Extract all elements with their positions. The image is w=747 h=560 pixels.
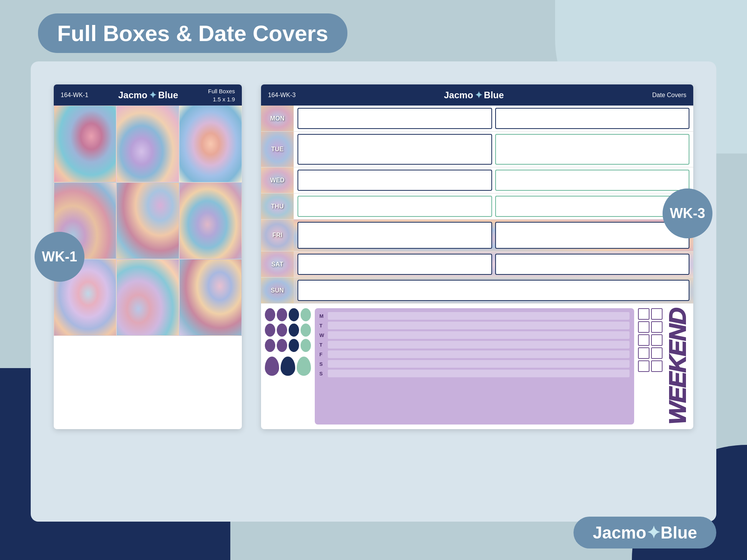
sun-row: SUN <box>261 278 693 304</box>
sun-boxes <box>294 278 693 303</box>
wk1-badge: WK-1 <box>35 232 84 282</box>
checkbox-4 <box>651 321 663 333</box>
floral-cell-1 <box>54 106 116 182</box>
checkbox-6 <box>651 334 663 346</box>
check-row-5 <box>638 360 663 372</box>
bottom-section: M T W T F <box>261 304 693 429</box>
mon-label: MON <box>270 115 284 122</box>
dot-row-3 <box>265 339 311 352</box>
dot-mint-2 <box>301 324 311 337</box>
habit-row-s1: S <box>319 360 630 368</box>
habit-label-t1: T <box>319 323 326 329</box>
sat-box-1 <box>297 254 492 275</box>
fri-row: FRI <box>261 220 693 251</box>
habit-label-w: W <box>319 332 326 338</box>
sheet-wk3-header: 164-WK-3 Jacmo✦Blue Date Covers <box>261 84 693 106</box>
dot-mint-1 <box>301 308 311 321</box>
teardrop-purple <box>265 357 279 376</box>
check-row-3 <box>638 334 663 346</box>
mon-box-2 <box>495 108 690 129</box>
sheet-wk1-id: 164-WK-1 <box>61 92 88 99</box>
mon-row: MON <box>261 106 693 132</box>
mon-box-1 <box>297 108 492 129</box>
thu-day-cell: THU <box>261 193 294 219</box>
wed-row: WED <box>261 167 693 193</box>
wk1-label: WK-1 <box>42 249 77 265</box>
sat-day-cell: SAT <box>261 251 294 277</box>
checkboxes-col <box>638 308 663 425</box>
check-row-1 <box>638 308 663 320</box>
tue-label: TUE <box>271 146 284 153</box>
main-container: WK-1 164-WK-1 Jacmo✦Blue Full Boxes 1.5 … <box>31 61 716 522</box>
dot-purple-6 <box>277 339 287 352</box>
wk3-label: WK-3 <box>670 205 705 221</box>
habit-label-m: M <box>319 313 326 319</box>
habit-label-s1: S <box>319 361 326 367</box>
tue-row: TUE <box>261 132 693 167</box>
teardrop-navy <box>281 357 295 376</box>
thu-box-1 <box>297 196 492 217</box>
habit-bar-m <box>328 312 630 320</box>
dot-navy-1 <box>289 308 299 321</box>
habit-row-w: W <box>319 331 630 339</box>
checkbox-5 <box>638 334 649 346</box>
tue-box-1 <box>297 134 492 165</box>
dot-mint-3 <box>301 339 311 352</box>
weekend-text: WEEKEND <box>666 308 689 425</box>
thu-boxes <box>294 193 693 219</box>
wed-day-cell: WED <box>261 167 294 193</box>
sheet-wk3-brand: Jacmo✦Blue <box>444 90 504 101</box>
wk3-badge: WK-3 <box>663 188 712 238</box>
tue-boxes <box>294 132 693 167</box>
habit-bar-w <box>328 331 630 339</box>
thu-row: THU <box>261 193 693 220</box>
wed-label: WED <box>270 177 284 184</box>
checkbox-8 <box>651 347 663 359</box>
dot-purple-4 <box>277 324 287 337</box>
floral-cell-9 <box>179 259 242 336</box>
habit-label-f: F <box>319 352 326 357</box>
check-row-4 <box>638 347 663 359</box>
dot-row-1 <box>265 308 311 321</box>
tue-box-2 <box>495 134 690 165</box>
sun-label: SUN <box>271 287 284 294</box>
dot-navy-2 <box>289 324 299 337</box>
checkbox-1 <box>638 308 649 320</box>
checkbox-7 <box>638 347 649 359</box>
dot-row-2 <box>265 324 311 337</box>
sheet-wk3-type: Date Covers <box>652 92 686 99</box>
habit-bar-t2 <box>328 341 630 349</box>
sun-box-1 <box>297 280 689 301</box>
floral-cell-6 <box>179 182 242 259</box>
habit-bar-s1 <box>328 360 630 368</box>
dot-purple-1 <box>265 308 275 321</box>
sun-day-cell: SUN <box>261 278 294 303</box>
dot-purple-2 <box>277 308 287 321</box>
floral-cell-3 <box>179 106 242 182</box>
sheet-wk1-brand: Jacmo✦Blue <box>118 90 178 101</box>
weekend-section: WEEKEND <box>638 308 689 425</box>
mon-day-cell: MON <box>261 106 294 131</box>
sheet-wk1-type: Full Boxes 1.5 x 1.9 <box>208 87 235 103</box>
sat-box-2 <box>495 254 690 275</box>
floral-cell-2 <box>116 106 179 182</box>
wed-box-2 <box>495 170 690 191</box>
habit-row-t1: T <box>319 322 630 329</box>
mon-boxes <box>294 106 693 131</box>
sheets-wrapper: WK-1 164-WK-1 Jacmo✦Blue Full Boxes 1.5 … <box>46 77 701 437</box>
fri-box-1 <box>297 222 492 249</box>
dot-navy-3 <box>289 339 299 352</box>
fri-boxes <box>294 220 693 251</box>
wed-boxes <box>294 167 693 193</box>
tue-day-cell: TUE <box>261 132 294 167</box>
page-title: Full Boxes & Date Covers <box>57 20 328 46</box>
fri-box-2 <box>495 222 690 249</box>
dot-purple-5 <box>265 339 275 352</box>
jacmo-bottom-text: Jacmo✦Blue <box>593 523 697 542</box>
checkbox-3 <box>638 321 649 333</box>
floral-cell-8 <box>116 259 179 336</box>
wed-box-1 <box>297 170 492 191</box>
habit-row-s2: S <box>319 370 630 377</box>
thu-box-2 <box>495 196 690 217</box>
sat-row: SAT <box>261 251 693 278</box>
